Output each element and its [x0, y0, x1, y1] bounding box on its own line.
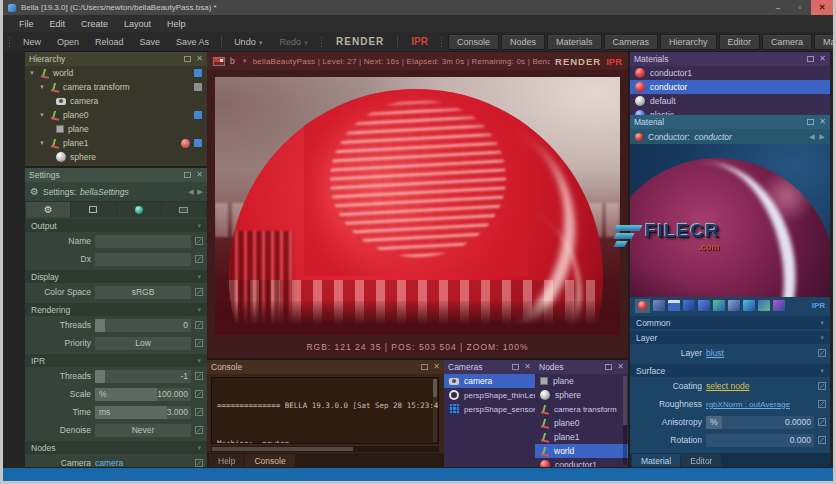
layer-node-link[interactable]: blust	[706, 348, 724, 358]
ipr-button[interactable]: IPR	[402, 36, 437, 47]
selector-value[interactable]: bellaSettings	[80, 187, 129, 197]
ipr-button[interactable]: IPR	[606, 56, 622, 67]
priority-select[interactable]: Low	[95, 337, 191, 350]
toolbar-drag-handle[interactable]	[440, 36, 444, 48]
maximize-button[interactable]: ▫	[789, 0, 811, 15]
tree-item-camera[interactable]: camera	[25, 94, 207, 108]
horizontal-scrollbar[interactable]	[211, 446, 439, 452]
section-surface[interactable]: Surface	[630, 364, 830, 377]
preview-mode-selected[interactable]	[635, 299, 650, 313]
hierarchy-panel-button[interactable]: Hierarchy	[660, 34, 717, 50]
denoise-select[interactable]: Never	[95, 424, 191, 437]
expander-icon[interactable]	[38, 83, 46, 91]
list-item-default[interactable]: default	[630, 94, 830, 108]
coating-node-link[interactable]: select node	[706, 381, 749, 391]
tab-editor[interactable]: Editor	[681, 454, 721, 467]
tree-item-plane[interactable]: plane	[25, 122, 207, 136]
preview-mode-icon[interactable]	[773, 300, 785, 311]
expression-icon[interactable]	[195, 426, 203, 434]
materials-panel-button[interactable]: Materials	[547, 34, 602, 50]
list-item-conductor1[interactable]: conductor1	[535, 458, 628, 467]
preview-ipr-toggle[interactable]: IPR	[812, 301, 825, 310]
preview-mode-icon[interactable]	[758, 300, 770, 311]
console-log[interactable]: ============== BELLA 19.3.0.0 [Sat Sep 2…	[211, 377, 439, 444]
save-button[interactable]: Save	[132, 35, 169, 49]
render-image[interactable]	[215, 77, 620, 335]
minimize-button[interactable]: –	[767, 0, 789, 15]
expression-icon[interactable]	[818, 418, 826, 426]
preview-mode-icon[interactable]	[668, 300, 680, 311]
undo-button[interactable]: Undo▼	[226, 35, 271, 49]
redo-button[interactable]: Redo▼	[272, 35, 317, 49]
preview-mode-icon[interactable]	[728, 300, 740, 311]
expander-icon[interactable]	[28, 69, 36, 77]
expander-icon[interactable]	[38, 111, 46, 119]
float-panel-icon[interactable]	[605, 364, 612, 370]
close-panel-icon[interactable]: ✕	[819, 118, 826, 126]
list-item-sensor[interactable]: perspShape_sensor	[444, 402, 535, 416]
close-panel-icon[interactable]: ✕	[196, 171, 203, 179]
expression-icon[interactable]	[195, 390, 203, 398]
ipr-threads-slider[interactable]: -1	[95, 370, 191, 383]
material-name[interactable]: conductor	[695, 132, 732, 142]
vertical-scrollbar[interactable]	[433, 379, 437, 442]
material-panel-button[interactable]: Material	[814, 34, 833, 50]
section-ipr[interactable]: IPR	[25, 354, 207, 367]
expression-icon[interactable]	[818, 382, 826, 390]
expression-icon[interactable]	[818, 400, 826, 408]
preview-mode-icon[interactable]	[743, 300, 755, 311]
list-item-camera-transform[interactable]: camera transform	[535, 402, 628, 416]
float-panel-icon[interactable]	[421, 364, 428, 370]
tab-display[interactable]	[162, 202, 206, 217]
chevron-down-icon[interactable]: ▼	[242, 58, 248, 64]
close-panel-icon[interactable]: ✕	[819, 55, 826, 63]
list-item-camera[interactable]: camera	[444, 374, 535, 388]
preview-mode-icon[interactable]	[698, 300, 710, 311]
tree-item-plane0[interactable]: plane0	[25, 108, 207, 122]
next-node-icon[interactable]: ▶	[820, 133, 825, 141]
list-item-plastic[interactable]: plastic	[630, 108, 830, 115]
save-as-button[interactable]: Save As	[168, 35, 217, 49]
expression-icon[interactable]	[195, 459, 203, 467]
section-nodes[interactable]: Nodes	[25, 441, 207, 454]
tree-item-world[interactable]: world	[25, 66, 207, 80]
close-panel-icon[interactable]: ✕	[524, 363, 531, 371]
float-panel-icon[interactable]	[184, 172, 191, 178]
expression-icon[interactable]	[195, 408, 203, 416]
colorspace-select[interactable]: sRGB	[95, 286, 191, 299]
camera-node-link[interactable]: camera	[95, 458, 123, 467]
visibility-toggle[interactable]	[194, 69, 202, 77]
menu-file[interactable]: File	[11, 17, 42, 31]
expression-icon[interactable]	[195, 288, 203, 296]
section-layer[interactable]: Layer	[630, 331, 830, 344]
slider-handle[interactable]	[95, 370, 105, 383]
float-panel-icon[interactable]	[184, 56, 191, 62]
slider-handle[interactable]	[95, 319, 105, 332]
expression-icon[interactable]	[818, 436, 826, 444]
scale-input[interactable]: %100.000	[95, 388, 191, 401]
console-panel-button[interactable]: Console	[448, 34, 499, 50]
tab-help[interactable]: Help	[209, 454, 244, 467]
close-panel-icon[interactable]: ✕	[196, 55, 203, 63]
list-item-thinlens[interactable]: perspShape_thinLens	[444, 388, 535, 402]
expression-icon[interactable]	[195, 339, 203, 347]
close-panel-icon[interactable]: ✕	[617, 363, 624, 371]
float-panel-icon[interactable]	[807, 119, 814, 125]
section-rendering[interactable]: Rendering	[25, 303, 207, 316]
tab-general[interactable]: ⚙	[26, 202, 70, 217]
list-item-sphere[interactable]: sphere	[535, 388, 628, 402]
threads-slider[interactable]: 0	[95, 319, 191, 332]
render-button[interactable]: RENDER	[555, 56, 601, 67]
close-panel-icon[interactable]: ✕	[433, 363, 440, 371]
name-input[interactable]	[95, 235, 191, 248]
list-item-plane1[interactable]: plane1	[535, 430, 628, 444]
prev-node-icon[interactable]: ◀	[809, 133, 814, 141]
expression-icon[interactable]	[195, 321, 203, 329]
prev-node-icon[interactable]: ◀	[188, 188, 193, 196]
pass-selector[interactable]: b	[230, 56, 235, 66]
list-item-plane[interactable]: plane	[535, 374, 628, 388]
preview-mode-icon[interactable]	[683, 300, 695, 311]
tab-material[interactable]: Material	[632, 454, 680, 467]
tab-environment[interactable]	[117, 202, 161, 217]
preview-mode-icon[interactable]	[713, 300, 725, 311]
